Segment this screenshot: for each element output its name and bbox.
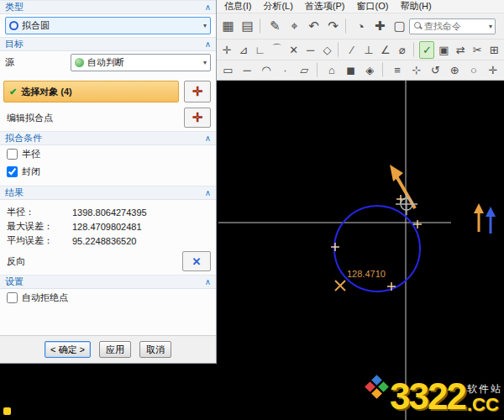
select-objects-label: 选择对象 (4) xyxy=(21,86,72,98)
toolbar-icon[interactable]: ✕ xyxy=(286,41,302,59)
rejected-point-marker[interactable] xyxy=(335,281,345,291)
toolbar-icon[interactable]: ◔ xyxy=(352,16,370,36)
menu-item[interactable]: 帮助(H) xyxy=(394,0,437,13)
section-title: 设置 xyxy=(5,276,24,288)
section-title: 目标 xyxy=(5,38,24,50)
toolbar-icon[interactable]: ▤ xyxy=(239,16,256,36)
toolbar-icon[interactable]: ⊞ xyxy=(486,41,501,59)
direction-arrow[interactable] xyxy=(390,165,415,208)
section-type[interactable]: 类型 ∧ xyxy=(0,0,216,14)
menu-item[interactable]: 信息(I) xyxy=(218,0,257,13)
toolbar-icon[interactable]: ─ xyxy=(303,41,318,59)
toolbar-icon[interactable]: ⊹ xyxy=(407,61,425,79)
toolbar-icon[interactable]: ↺ xyxy=(427,61,444,79)
radius-checkbox[interactable] xyxy=(7,149,18,160)
collapse-chevron-icon[interactable]: ∧ xyxy=(205,3,211,12)
inferred-icon xyxy=(75,58,84,67)
toolbar-icon[interactable]: ∙ xyxy=(276,61,294,79)
menu-item[interactable]: 窗口(O) xyxy=(351,0,395,13)
datum-arrow-orange[interactable] xyxy=(474,203,484,232)
section-settings[interactable]: 设置 ∧ xyxy=(0,275,216,289)
toolbar-icon[interactable]: ⌂ xyxy=(323,61,341,79)
toolbar-icon[interactable]: ⇄ xyxy=(453,41,468,59)
watermark: 3322 软件站 .CC xyxy=(366,376,502,413)
ok-button[interactable]: < 确定 > xyxy=(45,341,91,358)
toolbar-icon[interactable]: ✛ xyxy=(219,41,234,59)
toolbar-icon[interactable]: ⌀ xyxy=(395,41,410,59)
apply-button[interactable]: 应用 xyxy=(99,341,131,358)
toolbar-icon[interactable]: ⊥ xyxy=(361,41,376,59)
closed-checkbox[interactable] xyxy=(7,166,18,177)
toolbar-icon[interactable]: ∠ xyxy=(378,41,393,59)
menu-item[interactable]: 分析(L) xyxy=(257,0,298,13)
toolbar-icon[interactable]: ↷ xyxy=(324,16,342,36)
collapse-chevron-icon[interactable]: ∧ xyxy=(205,39,211,49)
toolbar-separator xyxy=(382,62,386,77)
collapse-chevron-icon[interactable]: ∧ xyxy=(205,134,211,143)
toolbar-icon[interactable]: ∟ xyxy=(253,41,268,59)
toolbar-icon[interactable]: ▱ xyxy=(296,61,313,79)
search-icon xyxy=(414,22,423,30)
toolbar-icon[interactable]: ↶ xyxy=(305,16,323,36)
source-label: 源 xyxy=(5,56,71,69)
reverse-direction-button[interactable]: ✕ xyxy=(182,251,211,271)
collapse-chevron-icon[interactable]: ∧ xyxy=(205,188,211,197)
closed-checkbox-label: 封闭 xyxy=(22,165,40,178)
toolbar-icon[interactable]: ◇ xyxy=(320,41,335,59)
section-fit-condition[interactable]: 拟合条件 ∧ xyxy=(0,131,216,145)
toolbar-icon[interactable]: ≡ xyxy=(389,61,407,79)
auto-reject-checkbox[interactable] xyxy=(7,292,18,303)
reverse-label: 反向 xyxy=(7,255,182,268)
toolbar-icon[interactable]: ⊕ xyxy=(446,61,464,79)
select-target-icon: ✛ xyxy=(192,84,203,99)
section-title: 类型 xyxy=(5,1,24,13)
toolbar-icon[interactable]: ✂ xyxy=(470,41,485,59)
select-target-icon: ✛ xyxy=(192,110,203,125)
toolbar-separator xyxy=(345,18,349,34)
toolbar-icon[interactable]: ▭ xyxy=(219,61,237,79)
toolbar-icon[interactable]: ▢ xyxy=(391,16,408,36)
edit-fit-points-label: 编辑拟合点 xyxy=(7,112,179,124)
toolbar-icon[interactable]: ✎ xyxy=(266,16,284,36)
menu-item[interactable]: 首选项(P) xyxy=(299,0,351,13)
section-title: 结果 xyxy=(5,186,24,199)
caret-down-icon[interactable]: ▾ xyxy=(203,59,207,66)
toolbar-icon[interactable]: ◼ xyxy=(342,61,360,79)
toolbar-icon[interactable]: ○ xyxy=(465,61,483,79)
toolbar-icon[interactable]: ∕ xyxy=(344,41,360,59)
collapse-chevron-icon[interactable]: ∧ xyxy=(205,277,211,286)
toolbar-icon[interactable]: ◠ xyxy=(257,61,275,79)
section-target[interactable]: 目标 ∧ xyxy=(0,37,216,51)
edit-fit-points-button[interactable]: ✛ xyxy=(184,108,211,128)
caret-down-icon[interactable]: ▾ xyxy=(203,22,207,29)
source-combo[interactable]: 自动判断 ▾ xyxy=(71,54,211,71)
command-finder[interactable]: ▾ xyxy=(409,18,496,34)
result-avg-error-label: 平均误差： xyxy=(7,234,72,247)
toolbar-icon[interactable]: ⊿ xyxy=(236,41,251,59)
toolbar-icon[interactable]: ⌒ xyxy=(270,41,285,59)
toolbar-icon[interactable]: ◈ xyxy=(361,61,379,79)
datum-arrow-blue[interactable] xyxy=(486,207,496,234)
source-combo-value: 自动判断 xyxy=(84,56,202,69)
section-result[interactable]: 结果 ∧ xyxy=(0,186,216,200)
toolbar-icon[interactable]: ✛ xyxy=(484,61,501,79)
toolbar-icon[interactable]: ✓ xyxy=(419,41,434,59)
fit-curve-dialog: 类型 ∧ 拟合圆 ▾ 目标 ∧ 源 自动判断 ▾ ✔ 选择对象 (4) ✛ 编辑… xyxy=(0,0,217,364)
toolbar-icon[interactable]: ⌖ xyxy=(286,16,303,36)
toolbar-icon[interactable]: ─ xyxy=(239,61,256,79)
toolbar-separator xyxy=(413,42,417,57)
cancel-button[interactable]: 取消 xyxy=(139,341,171,358)
auto-reject-checkbox-label: 自动拒绝点 xyxy=(22,291,68,304)
select-objects-row[interactable]: ✔ 选择对象 (4) xyxy=(3,81,179,102)
diamond-logo-icon xyxy=(366,376,388,398)
toolbar-icon[interactable]: ✚ xyxy=(371,16,389,36)
result-max-error-value: 128.4709802481 xyxy=(72,222,142,232)
type-combo[interactable]: 拟合圆 ▾ xyxy=(5,17,211,34)
section-title: 拟合条件 xyxy=(5,132,42,144)
toolbar-icon[interactable]: ▦ xyxy=(219,16,237,36)
search-input[interactable] xyxy=(424,21,487,31)
toolbar-icon[interactable]: ▣ xyxy=(436,41,451,59)
select-target-button[interactable]: ✛ xyxy=(184,81,211,102)
result-max-error-label: 最大误差： xyxy=(7,220,72,233)
caret-down-icon[interactable]: ▾ xyxy=(489,23,492,30)
